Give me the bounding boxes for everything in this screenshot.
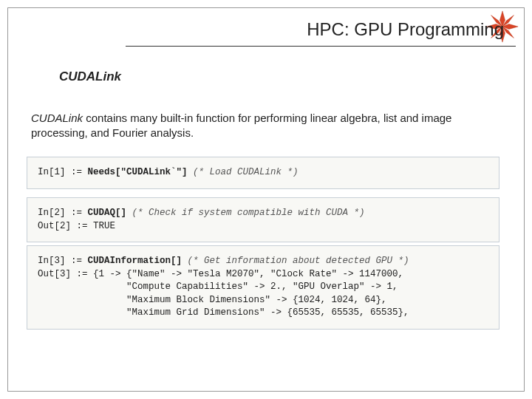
code2-pre: In[2] :=	[38, 208, 88, 218]
code2-bold: CUDAQ[]	[88, 208, 127, 218]
code3-line3: "Compute Capabilities" -> 2., "GPU Overl…	[38, 282, 398, 292]
section-subtitle: CUDALink	[59, 69, 121, 84]
code3-line5: "Maximum Grid Dimensions" -> {65535, 655…	[38, 307, 409, 318]
page-title: HPC: GPU Programming	[126, 19, 513, 43]
code3-pre: In[3] :=	[38, 256, 88, 266]
code-block-3: In[3] := CUDAInformation[] (* Get inform…	[27, 245, 499, 330]
code1-pre: In[1] :=	[38, 167, 88, 177]
title-underline	[126, 46, 516, 47]
code3-comment: (* Get information about detected GPU *)	[182, 256, 409, 266]
body-rest: contains many built-in function for perf…	[31, 112, 451, 139]
code3-bold: CUDAInformation[]	[88, 256, 183, 266]
code-block-2: In[2] := CUDAQ[] (* Check if system comp…	[27, 197, 499, 242]
body-em: CUDALink	[31, 112, 83, 124]
code3-line4: "Maximum Block Dimensions" -> {1024, 102…	[38, 295, 387, 305]
code1-comment: (* Load CUDALink *)	[188, 167, 299, 177]
code3-line2: Out[3] := {1 -> {"Name" -> "Tesla M2070"…	[38, 269, 403, 279]
body-paragraph: CUDALink contains many built-in function…	[31, 111, 497, 141]
code-block-1: In[1] := Needs["CUDALink`"] (* Load CUDA…	[27, 157, 499, 189]
code1-bold: Needs["CUDALink`"]	[88, 167, 188, 177]
header: HPC: GPU Programming	[126, 19, 513, 47]
code2-comment: (* Check if system compatible with CUDA …	[126, 208, 365, 218]
code2-line2: Out[2] := TRUE	[38, 221, 115, 231]
